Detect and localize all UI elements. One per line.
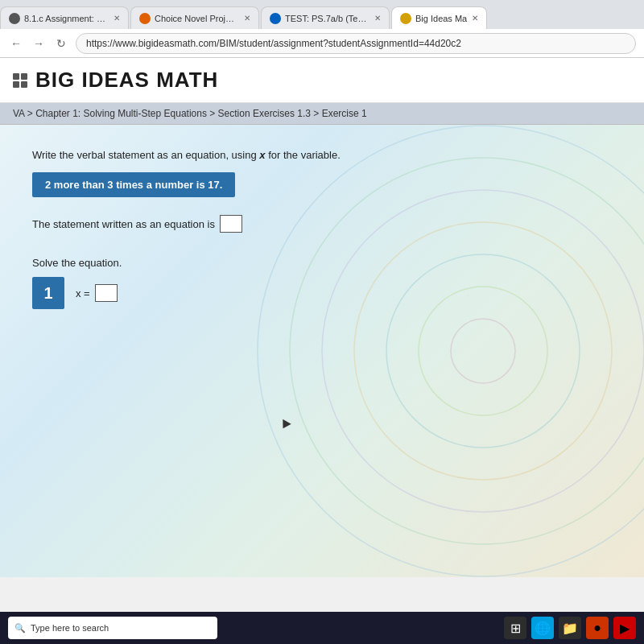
breadcrumb: VA > Chapter 1: Solving Multi-Step Equat… <box>0 103 644 125</box>
taskbar-icons: ⊞ 🌐 📁 ● ▶ <box>504 617 636 639</box>
forward-button[interactable]: → <box>31 35 47 52</box>
taskbar-app1-icon[interactable]: ● <box>586 617 609 639</box>
statement-box: 2 more than 3 times a number is 17. <box>32 172 235 197</box>
x-answer-input[interactable] <box>95 284 118 302</box>
svg-point-6 <box>451 319 515 383</box>
solve-label: Solve the equation. <box>32 257 612 269</box>
search-label: Type here to search <box>31 623 109 633</box>
equation-prefix: The statement written as an equation is <box>32 218 215 230</box>
page-header: BIG IDEAS MATH <box>0 58 644 103</box>
reload-button[interactable]: ↻ <box>53 35 69 52</box>
tab-test[interactable]: TEST: PS.7a/b (Temperatu ✕ <box>261 6 390 29</box>
instruction-suffix: for the variable. <box>268 149 341 161</box>
instruction-text: Write the verbal statement as an equatio… <box>32 149 612 161</box>
tab-novel[interactable]: Choice Novel Project 3 ✕ <box>130 6 259 29</box>
question-area: Write the verbal statement as an equatio… <box>32 149 612 309</box>
instruction-variable: x <box>259 149 265 161</box>
browser-chrome: 8.1.c Assignment: Comparing ✕ Choice Nov… <box>0 0 644 58</box>
taskbar-grid-icon[interactable]: ⊞ <box>504 617 526 639</box>
x-equals-label: x = <box>76 287 90 299</box>
breadcrumb-text: VA > Chapter 1: Solving Multi-Step Equat… <box>13 108 367 119</box>
tab-label-bigideas: Big Ideas Ma <box>415 14 467 23</box>
menu-icon[interactable] <box>13 73 27 88</box>
tab-assignment[interactable]: 8.1.c Assignment: Comparing ✕ <box>0 6 129 29</box>
instruction-prefix: Write the verbal statement as an equatio… <box>32 149 257 161</box>
main-content: Write the verbal statement as an equatio… <box>0 125 644 577</box>
taskbar-browser-icon[interactable]: 🌐 <box>531 617 554 639</box>
equation-line: The statement written as an equation is <box>32 215 612 233</box>
search-icon: 🔍 <box>14 623 26 634</box>
cursor-arrow <box>279 419 291 431</box>
tab-bar: 8.1.c Assignment: Comparing ✕ Choice Nov… <box>0 0 644 29</box>
step-badge: 1 <box>32 277 64 309</box>
site-title: BIG IDEAS MATH <box>35 68 218 93</box>
tab-close-novel[interactable]: ✕ <box>244 14 250 23</box>
address-bar: ← → ↻ <box>0 29 644 58</box>
tab-close-bigideas[interactable]: ✕ <box>472 14 478 23</box>
statement-text: 2 more than 3 times a number is 17. <box>45 179 222 191</box>
taskbar-search[interactable]: 🔍 Type here to search <box>8 617 217 639</box>
tab-label-novel: Choice Novel Project 3 <box>155 14 239 23</box>
equation-answer-input[interactable] <box>220 215 242 233</box>
tab-label-assignment: 8.1.c Assignment: Comparing <box>24 14 109 23</box>
taskbar: 🔍 Type here to search ⊞ 🌐 📁 ● ▶ <box>0 612 644 644</box>
tab-bigideas[interactable]: Big Ideas Ma ✕ <box>391 6 487 29</box>
back-button[interactable]: ← <box>8 35 24 52</box>
address-input[interactable] <box>76 33 636 54</box>
taskbar-folder-icon[interactable]: 📁 <box>559 617 581 639</box>
tab-label-test: TEST: PS.7a/b (Temperatu <box>285 14 369 23</box>
x-equals-row: x = <box>76 284 118 302</box>
solve-row: 1 x = <box>32 277 612 309</box>
tab-close-test[interactable]: ✕ <box>374 14 381 23</box>
tab-close-assignment[interactable]: ✕ <box>114 14 120 23</box>
taskbar-app2-icon[interactable]: ▶ <box>613 617 636 639</box>
